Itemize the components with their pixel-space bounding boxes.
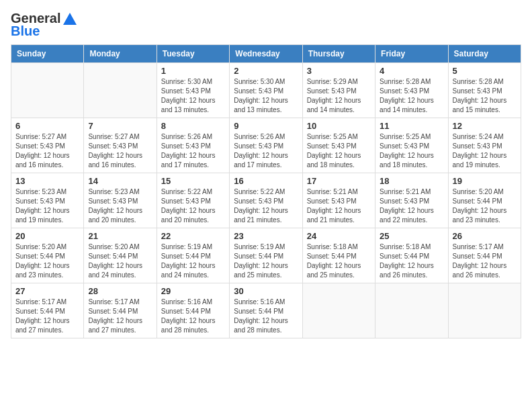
weekday-header-sunday: Sunday (11, 45, 84, 63)
day-number: 6 (15, 121, 79, 131)
calendar-cell: 13Sunrise: 5:23 AMSunset: 5:43 PMDayligh… (11, 173, 84, 228)
header: General Blue (11, 11, 521, 39)
daylight-text: Daylight: 12 hours and 16 minutes. (15, 151, 79, 170)
day-info: Sunrise: 5:29 AMSunset: 5:43 PMDaylight:… (307, 77, 371, 115)
daylight-text: Daylight: 12 hours and 18 minutes. (380, 151, 443, 170)
day-info: Sunrise: 5:19 AMSunset: 5:44 PMDaylight:… (234, 242, 298, 280)
sunrise-text: Sunrise: 5:30 AM (234, 77, 298, 87)
daylight-text: Daylight: 12 hours and 21 minutes. (307, 206, 371, 225)
day-number: 28 (88, 286, 152, 296)
sunset-text: Sunset: 5:43 PM (307, 87, 371, 96)
daylight-text: Daylight: 12 hours and 13 minutes. (161, 96, 225, 115)
day-info: Sunrise: 5:17 AMSunset: 5:44 PMDaylight:… (453, 242, 517, 280)
weekday-header-friday: Friday (375, 45, 448, 63)
day-number: 7 (88, 121, 152, 131)
calendar-cell: 10Sunrise: 5:25 AMSunset: 5:43 PMDayligh… (302, 118, 375, 173)
weekday-header-tuesday: Tuesday (157, 45, 229, 63)
sunset-text: Sunset: 5:43 PM (161, 142, 225, 151)
day-number: 9 (234, 121, 298, 131)
calendar-week-row-4: 20Sunrise: 5:20 AMSunset: 5:44 PMDayligh… (11, 228, 521, 283)
daylight-text: Daylight: 12 hours and 26 minutes. (453, 261, 517, 280)
calendar-cell: 8Sunrise: 5:26 AMSunset: 5:43 PMDaylight… (157, 118, 229, 173)
daylight-text: Daylight: 12 hours and 27 minutes. (88, 316, 152, 335)
daylight-text: Daylight: 12 hours and 15 minutes. (453, 96, 517, 115)
calendar-cell (448, 283, 521, 338)
calendar-cell: 6Sunrise: 5:27 AMSunset: 5:43 PMDaylight… (11, 118, 84, 173)
day-number: 12 (453, 121, 517, 131)
daylight-text: Daylight: 12 hours and 17 minutes. (234, 151, 298, 170)
calendar-cell: 19Sunrise: 5:20 AMSunset: 5:44 PMDayligh… (448, 173, 521, 228)
calendar-cell: 29Sunrise: 5:16 AMSunset: 5:44 PMDayligh… (157, 283, 229, 338)
day-info: Sunrise: 5:23 AMSunset: 5:43 PMDaylight:… (88, 187, 152, 225)
day-info: Sunrise: 5:16 AMSunset: 5:44 PMDaylight:… (234, 298, 298, 335)
daylight-text: Daylight: 12 hours and 14 minutes. (380, 96, 443, 115)
day-info: Sunrise: 5:20 AMSunset: 5:44 PMDaylight:… (88, 242, 152, 280)
day-info: Sunrise: 5:18 AMSunset: 5:44 PMDaylight:… (307, 242, 371, 280)
logo-triangle-icon (63, 13, 77, 25)
sunset-text: Sunset: 5:44 PM (453, 197, 517, 206)
calendar-cell: 14Sunrise: 5:23 AMSunset: 5:43 PMDayligh… (84, 173, 157, 228)
sunset-text: Sunset: 5:44 PM (15, 252, 79, 261)
sunset-text: Sunset: 5:43 PM (234, 197, 298, 206)
daylight-text: Daylight: 12 hours and 25 minutes. (234, 261, 298, 280)
day-info: Sunrise: 5:20 AMSunset: 5:44 PMDaylight:… (453, 187, 517, 225)
daylight-text: Daylight: 12 hours and 27 minutes. (15, 316, 79, 335)
daylight-text: Daylight: 12 hours and 19 minutes. (15, 206, 79, 225)
sunrise-text: Sunrise: 5:24 AM (453, 132, 517, 142)
day-info: Sunrise: 5:28 AMSunset: 5:43 PMDaylight:… (453, 77, 517, 115)
sunset-text: Sunset: 5:43 PM (380, 142, 443, 151)
day-info: Sunrise: 5:26 AMSunset: 5:43 PMDaylight:… (234, 132, 298, 170)
day-info: Sunrise: 5:30 AMSunset: 5:43 PMDaylight:… (234, 77, 298, 115)
calendar-cell: 15Sunrise: 5:22 AMSunset: 5:43 PMDayligh… (157, 173, 229, 228)
day-info: Sunrise: 5:26 AMSunset: 5:43 PMDaylight:… (161, 132, 225, 170)
sunrise-text: Sunrise: 5:19 AM (234, 242, 298, 252)
sunset-text: Sunset: 5:43 PM (307, 197, 371, 206)
sunset-text: Sunset: 5:43 PM (380, 197, 443, 206)
daylight-text: Daylight: 12 hours and 28 minutes. (161, 316, 225, 335)
calendar-cell: 20Sunrise: 5:20 AMSunset: 5:44 PMDayligh… (11, 228, 84, 283)
daylight-text: Daylight: 12 hours and 26 minutes. (380, 261, 443, 280)
sunrise-text: Sunrise: 5:25 AM (380, 132, 443, 142)
logo-blue-text: Blue (11, 24, 40, 39)
sunset-text: Sunset: 5:43 PM (88, 197, 152, 206)
day-number: 23 (234, 231, 298, 241)
daylight-text: Daylight: 12 hours and 20 minutes. (88, 206, 152, 225)
calendar-table: SundayMondayTuesdayWednesdayThursdayFrid… (11, 44, 521, 338)
calendar-body: 1Sunrise: 5:30 AMSunset: 5:43 PMDaylight… (11, 63, 521, 338)
calendar-cell: 17Sunrise: 5:21 AMSunset: 5:43 PMDayligh… (302, 173, 375, 228)
day-number: 3 (307, 66, 371, 76)
sunrise-text: Sunrise: 5:18 AM (380, 242, 443, 252)
calendar-cell: 2Sunrise: 5:30 AMSunset: 5:43 PMDaylight… (230, 63, 302, 118)
sunset-text: Sunset: 5:44 PM (234, 252, 298, 261)
sunset-text: Sunset: 5:43 PM (88, 142, 152, 151)
calendar-cell: 23Sunrise: 5:19 AMSunset: 5:44 PMDayligh… (230, 228, 302, 283)
sunset-text: Sunset: 5:44 PM (88, 252, 152, 261)
day-info: Sunrise: 5:23 AMSunset: 5:43 PMDaylight:… (15, 187, 79, 225)
day-info: Sunrise: 5:30 AMSunset: 5:43 PMDaylight:… (161, 77, 225, 115)
sunset-text: Sunset: 5:43 PM (453, 87, 517, 96)
sunrise-text: Sunrise: 5:22 AM (161, 187, 225, 197)
sunset-text: Sunset: 5:43 PM (453, 142, 517, 151)
sunrise-text: Sunrise: 5:18 AM (307, 242, 371, 252)
daylight-text: Daylight: 12 hours and 28 minutes. (234, 316, 298, 335)
sunset-text: Sunset: 5:44 PM (380, 252, 443, 261)
day-number: 2 (234, 66, 298, 76)
daylight-text: Daylight: 12 hours and 13 minutes. (234, 96, 298, 115)
calendar-week-row-3: 13Sunrise: 5:23 AMSunset: 5:43 PMDayligh… (11, 173, 521, 228)
daylight-text: Daylight: 12 hours and 21 minutes. (234, 206, 298, 225)
calendar-cell: 11Sunrise: 5:25 AMSunset: 5:43 PMDayligh… (375, 118, 448, 173)
sunset-text: Sunset: 5:43 PM (15, 142, 79, 151)
sunrise-text: Sunrise: 5:17 AM (88, 298, 152, 307)
sunrise-text: Sunrise: 5:26 AM (234, 132, 298, 142)
sunrise-text: Sunrise: 5:17 AM (15, 298, 79, 307)
day-info: Sunrise: 5:17 AMSunset: 5:44 PMDaylight:… (88, 298, 152, 335)
day-number: 14 (88, 176, 152, 186)
day-number: 24 (307, 231, 371, 241)
day-number: 4 (380, 66, 443, 76)
daylight-text: Daylight: 12 hours and 17 minutes. (161, 151, 225, 170)
day-info: Sunrise: 5:27 AMSunset: 5:43 PMDaylight:… (88, 132, 152, 170)
day-info: Sunrise: 5:25 AMSunset: 5:43 PMDaylight:… (380, 132, 443, 170)
sunrise-text: Sunrise: 5:17 AM (453, 242, 517, 252)
daylight-text: Daylight: 12 hours and 25 minutes. (307, 261, 371, 280)
day-info: Sunrise: 5:21 AMSunset: 5:43 PMDaylight:… (307, 187, 371, 225)
